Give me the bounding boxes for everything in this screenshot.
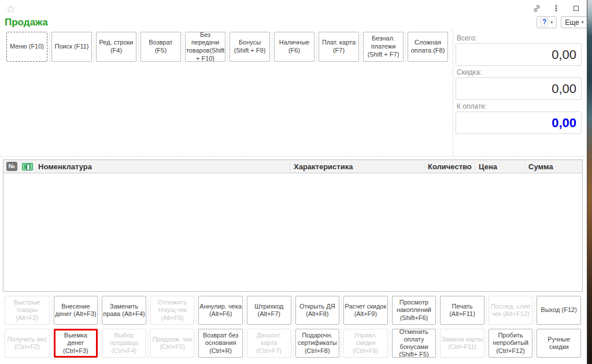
- total-label: Всего:: [457, 34, 582, 42]
- discount-field[interactable]: 0,00: [456, 77, 582, 100]
- row-number-column-header[interactable]: №: [3, 162, 20, 171]
- get-weight-button: Получить вес (Ctrl+F2): [5, 329, 50, 358]
- cancel-bonus-payment-button[interactable]: Отменить оплату бонусами (Shift+ F5): [392, 329, 436, 358]
- chevron-down-icon: ▾: [550, 20, 553, 25]
- cash-deposit-button[interactable]: Внесение денег (Alt+F3): [54, 296, 98, 325]
- complex-payment-button[interactable]: Сложная оплата (F8): [408, 32, 448, 62]
- sum-column-header[interactable]: Сумма: [524, 162, 582, 171]
- help-dropdown-button[interactable]: ? ▾: [536, 16, 557, 28]
- continue-receipt-button: Продолж. чек (Ctrl+F5): [150, 329, 195, 358]
- table-header-row: № Номенклатура Характеристика Количество…: [3, 160, 582, 173]
- payable-field[interactable]: 0,00: [456, 112, 582, 134]
- print-button[interactable]: Печать (Alt+F11): [440, 296, 484, 325]
- price-column-header[interactable]: Цена: [475, 162, 524, 171]
- cashless-payments-button[interactable]: Безнал. платежи (Shift + F7): [363, 32, 404, 62]
- manual-discounts-button[interactable]: Ручные скидки: [536, 329, 581, 358]
- last-slip-button: Послед. слип чек (Alt+F12): [489, 296, 533, 325]
- edit-row-button[interactable]: Ред. строки (F4): [96, 32, 136, 62]
- select-seller-button: Выбор продавца (Ctrl+F4): [102, 329, 146, 358]
- section-divider: [0, 156, 586, 157]
- void-receipt-button[interactable]: Аннулир. чека (Alt+F6): [198, 296, 243, 325]
- pos-sale-window: ☆ ⋮ ✕ ? ▾ Еще ▾ Продажа Меню (F10) Поиск…: [0, 0, 586, 364]
- banknote-icon: [22, 163, 33, 170]
- manage-discounts-button: Управл. скидки (Ctrl+F9): [343, 329, 388, 358]
- cash-button[interactable]: Наличные (F6): [274, 32, 314, 62]
- characteristic-column-header[interactable]: Характеристика: [290, 162, 424, 171]
- favorite-star-icon[interactable]: ☆: [6, 2, 16, 16]
- view-accumulations-button[interactable]: Просмотр накоплений (Shift+F6): [392, 296, 436, 325]
- payable-label: К оплате:: [457, 102, 582, 110]
- page-title: Продажа: [5, 17, 48, 28]
- more-actions-label: Еще: [565, 18, 579, 27]
- row-number-icon: №: [6, 162, 17, 171]
- total-field[interactable]: 0,00: [456, 43, 582, 66]
- defer-receipt-button: Отложить текущ.чек (Alt+F5): [150, 296, 195, 325]
- more-menu-kebab-icon[interactable]: ⋮: [552, 3, 561, 13]
- quantity-column-header[interactable]: Количество: [424, 162, 475, 171]
- help-question-icon: ?: [541, 18, 548, 27]
- command-row: ? ▾ Еще ▾: [536, 16, 588, 28]
- change-rights-button[interactable]: Заменить права (Alt+F4): [102, 296, 146, 325]
- barcode-button[interactable]: Штрихкод (Alt+F7): [247, 296, 291, 325]
- nomenclature-column-header[interactable]: Номенклатура: [35, 162, 290, 171]
- menu-button[interactable]: Меню (F10): [6, 32, 47, 62]
- chevron-down-icon: ▾: [582, 20, 584, 25]
- open-cash-drawer-button[interactable]: Открыть ДЯ (Alt+F8): [295, 296, 340, 325]
- get-link-icon[interactable]: [532, 3, 541, 13]
- bonuses-button[interactable]: Бонусы (Shift + F9): [230, 32, 270, 62]
- totals-panel: Всего: 0,00 Скидка: 0,00 К оплате: 0,00: [453, 31, 582, 156]
- exit-button[interactable]: Выход (F12): [536, 296, 581, 325]
- payment-card-button[interactable]: Плат. карта (F7): [319, 32, 359, 62]
- titlebar-icons: ⋮ ✕: [532, 3, 592, 13]
- desktop-background-strip: [587, 0, 592, 364]
- quick-goods-button: Быстрые товары (Alt+F2): [5, 296, 50, 325]
- punch-unpunched-receipt-button[interactable]: Пробить непробитый (Ctrl+F12): [489, 329, 533, 358]
- discount-card-button: Дисконт. карта (Ctrl+F7): [247, 329, 291, 358]
- return-button[interactable]: Возврат (F5): [140, 32, 181, 62]
- calc-discounts-button[interactable]: Расчет скидок (Alt+F9): [343, 296, 388, 325]
- more-actions-button[interactable]: Еще ▾: [561, 16, 587, 28]
- receipt-items-table: № Номенклатура Характеристика Количество…: [3, 159, 583, 292]
- money-column-header[interactable]: [20, 163, 35, 170]
- return-no-reason-button[interactable]: Возврат без основания (Ctrl+R): [198, 329, 243, 358]
- search-button[interactable]: Поиск (F11): [51, 32, 92, 62]
- cash-withdrawal-button[interactable]: Выемка денег (Ctrl+F3): [54, 329, 98, 358]
- function-buttons-grid: Быстрые товары (Alt+F2) Внесение денег (…: [3, 296, 583, 358]
- payment-toolbar: Меню (F10) Поиск (F11) Ред. строки (F4) …: [5, 32, 450, 62]
- replace-card-button: Замена карты (Ctrl+F11): [440, 329, 484, 358]
- table-body-empty[interactable]: [3, 173, 582, 291]
- no-goods-transfer-button[interactable]: Без передачи товаров(Shift + F10): [185, 32, 225, 62]
- maximize-icon[interactable]: [571, 3, 580, 13]
- gift-certificates-button[interactable]: Подарочн. сертификаты (Ctrl+F8): [295, 329, 340, 358]
- discount-label: Скидка:: [457, 68, 582, 76]
